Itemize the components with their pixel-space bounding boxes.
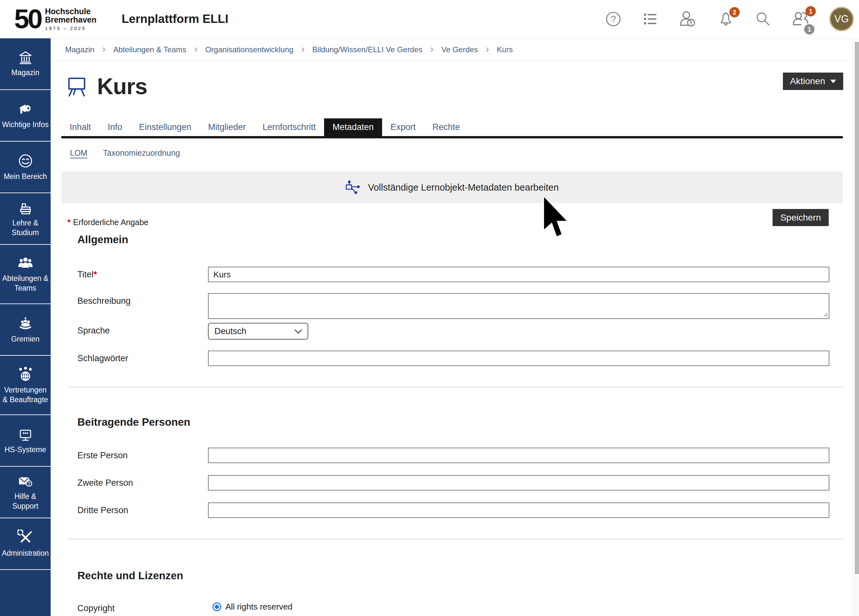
user-alert-icon[interactable]: [679, 10, 697, 28]
sidebar-item-wichtige-infos[interactable]: Wichtige Infos: [0, 90, 51, 142]
edit-full-metadata-label: Vollständige Lernobjekt-Metadaten bearbe…: [368, 182, 559, 193]
subtab-bar: LOM Taxonomiezuordnung: [70, 149, 853, 159]
tab-lernfortschritt[interactable]: Lernfortschritt: [254, 118, 324, 136]
sidebar-item-hilfe-support[interactable]: ? Hilfe & Support: [0, 467, 51, 518]
sidebar-item-label: Vertretungen & Beauftragte: [1, 385, 49, 405]
main-sidebar: Magazin Wichtige Infos Mein Bereich Lehr…: [0, 38, 51, 616]
dritte-person-input[interactable]: [208, 502, 829, 518]
sidebar-filler: [0, 570, 51, 616]
aktionen-button[interactable]: Aktionen: [783, 73, 843, 90]
main-content: Kurs Aktionen Inhalt Info Einstellungen …: [51, 61, 853, 616]
dritte-person-label: Dritte Person: [77, 502, 208, 515]
sidebar-item-abteilungen-teams[interactable]: Abteilungen & Teams: [0, 245, 51, 304]
sidebar-item-label: Hilfe & Support: [1, 492, 49, 511]
section-heading-allgemein: Allgemein: [77, 233, 853, 246]
breadcrumb-link-abteilungen[interactable]: Abteilungen & Teams: [113, 45, 186, 54]
sidebar-item-label: Wichtige Infos: [2, 120, 48, 129]
sidebar-item-lehre-studium[interactable]: Lehre & Studium: [0, 193, 51, 245]
subtab-taxonomiezuordnung[interactable]: Taxonomiezuordnung: [103, 149, 180, 159]
zweite-person-input[interactable]: [208, 475, 829, 491]
breadcrumb-link-magazin[interactable]: Magazin: [65, 45, 94, 54]
section-heading-rechte: Rechte und Lizenzen: [77, 569, 853, 582]
copyright-radio-group: All rights reserved: [208, 600, 292, 612]
sidebar-item-label: Mein Bereich: [3, 172, 47, 181]
section-heading-beitragende: Beitragende Personen: [77, 416, 853, 428]
sidebar-item-gremien[interactable]: Gremien: [0, 304, 51, 356]
breadcrumb-link-bildung-wissen[interactable]: Bildung/Wissen/ELLI Ve Gerdes: [312, 45, 423, 54]
tab-mitglieder[interactable]: Mitglieder: [200, 118, 254, 136]
sidebar-item-administration[interactable]: Administration: [0, 518, 51, 570]
monitor-icon: [17, 427, 34, 442]
search-icon[interactable]: [755, 11, 771, 27]
tab-bar: Inhalt Info Einstellungen Mitglieder Ler…: [61, 118, 843, 138]
tab-rechte[interactable]: Rechte: [424, 118, 469, 136]
users-badge-top: 1: [806, 6, 816, 16]
svg-text:?: ?: [28, 481, 30, 486]
erste-person-input[interactable]: [208, 448, 829, 463]
beschreibung-label: Beschreibung: [77, 293, 208, 306]
metadata-tree-icon: [345, 180, 360, 195]
sidebar-item-magazin[interactable]: Magazin: [0, 38, 51, 90]
copyright-label: Copyright: [77, 600, 208, 613]
erste-person-label: Erste Person: [77, 448, 208, 461]
sprache-selected-value: Deutsch: [214, 327, 246, 336]
help-icon[interactable]: ?: [606, 11, 621, 27]
bell-icon[interactable]: 2: [718, 11, 734, 27]
zweite-person-label: Zweite Person: [77, 475, 208, 488]
required-asterisk: *: [67, 218, 70, 227]
sidebar-item-label: Magazin: [11, 68, 39, 77]
sprache-label: Sprache: [77, 323, 208, 336]
svg-text:?: ?: [611, 14, 616, 24]
sidebar-item-hs-systeme[interactable]: HS-Systeme: [0, 415, 51, 467]
chevron-down-icon: [294, 328, 303, 335]
bank-icon: [17, 50, 34, 65]
schlagwoerter-input[interactable]: [208, 350, 829, 366]
logo-name-line1: Hochschule: [45, 7, 97, 16]
scrollbar-thumb[interactable]: [855, 42, 859, 574]
copyright-radio[interactable]: [212, 602, 221, 611]
tab-metadaten[interactable]: Metadaten: [324, 118, 382, 136]
list-icon[interactable]: [642, 11, 658, 27]
caret-down-icon: [830, 80, 836, 86]
subtab-lom[interactable]: LOM: [70, 149, 87, 159]
sidebar-item-label: Abteilungen & Teams: [1, 274, 49, 293]
tab-info[interactable]: Info: [99, 118, 131, 136]
users-icon[interactable]: 1 1: [792, 10, 810, 28]
schlagwoerter-label: Schlagwörter: [77, 350, 208, 363]
sprache-select[interactable]: Deutsch: [208, 323, 308, 339]
breadcrumb-separator: ›: [301, 43, 305, 55]
resize-grip-icon[interactable]: [823, 311, 828, 317]
sidebar-item-label: Lehre & Studium: [1, 218, 49, 238]
app-title: Lernplattform ELLI: [122, 12, 228, 26]
beschreibung-textarea[interactable]: [208, 293, 829, 319]
breadcrumb-link-ve-gerdes[interactable]: Ve Gerdes: [442, 45, 478, 54]
vertical-scrollbar: [853, 0, 859, 616]
tab-export[interactable]: Export: [382, 118, 424, 136]
breadcrumb-separator: ›: [430, 43, 434, 55]
edit-full-metadata-button[interactable]: Vollständige Lernobjekt-Metadaten bearbe…: [61, 172, 843, 203]
sidebar-item-label: HS-Systeme: [5, 445, 46, 454]
breadcrumb-separator: ›: [102, 43, 106, 55]
notification-badge: 2: [729, 7, 740, 17]
breadcrumb-link-organisationsentwicklung[interactable]: Organisationsentwicklung: [205, 45, 293, 54]
tab-einstellungen[interactable]: Einstellungen: [131, 118, 200, 136]
sidebar-item-label: Administration: [2, 549, 49, 558]
smiley-icon: [17, 153, 34, 169]
required-asterisk: *: [94, 270, 97, 279]
books-icon: [17, 200, 34, 216]
council-icon: [17, 316, 34, 331]
tab-inhalt[interactable]: Inhalt: [61, 118, 99, 136]
copyright-radio-label: All rights reserved: [225, 602, 292, 612]
titel-input[interactable]: [208, 267, 829, 282]
avatar[interactable]: VG: [829, 7, 854, 31]
sidebar-item-mein-bereich[interactable]: Mein Bereich: [0, 142, 51, 193]
titel-label: Titel*: [77, 267, 208, 280]
required-note: *Erforderliche Angabe: [67, 218, 853, 227]
logo-50: 50: [14, 8, 41, 30]
breadcrumb-link-kurs[interactable]: Kurs: [497, 45, 513, 54]
speichern-button[interactable]: Speichern: [773, 209, 829, 226]
breadcrumb-separator: ›: [194, 43, 198, 55]
logo-years: 1975 – 2025: [45, 25, 97, 31]
sidebar-item-vertretungen[interactable]: Vertretungen & Beauftragte: [0, 356, 51, 415]
mail-help-icon: ?: [17, 474, 34, 489]
